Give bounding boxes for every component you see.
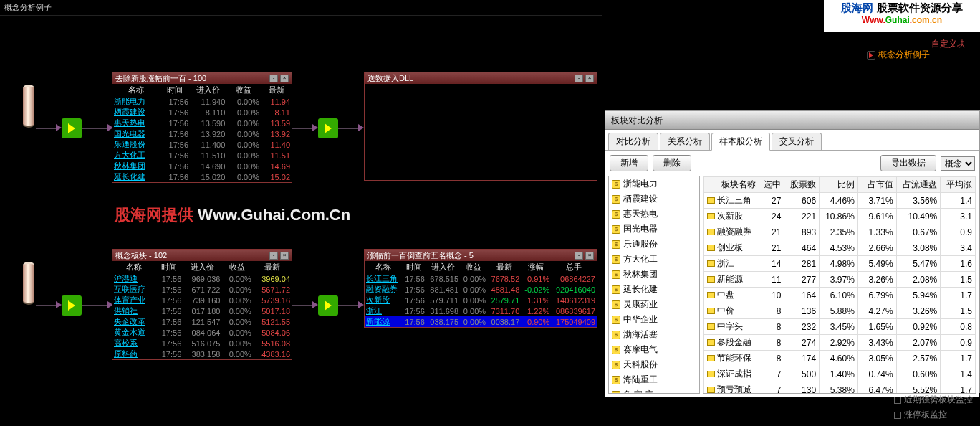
- table-row[interactable]: 高校系17:56516.0750.00%5516.08: [112, 338, 292, 349]
- list-item[interactable]: $延长化建: [609, 282, 699, 297]
- list-item[interactable]: $浙能电力: [609, 176, 699, 191]
- table-row[interactable]: 中字头82323.45%1.65%0.92%0.8: [704, 319, 976, 335]
- wire: [338, 128, 360, 129]
- list-item[interactable]: $灵康药业: [609, 297, 699, 312]
- list-item[interactable]: $国光电器: [609, 222, 699, 237]
- col-header[interactable]: 占市值: [858, 177, 896, 193]
- table-row[interactable]: 惠天热电17:5613.5900.00%13.59: [112, 118, 292, 128]
- dialog-title[interactable]: 板块对比分析: [605, 111, 979, 130]
- table-row[interactable]: 中盘101646.10%6.79%5.94%1.7: [704, 288, 976, 303]
- wire: [36, 305, 57, 306]
- box-top100[interactable]: 去除新股涨幅前一百 - 100 - × 名称时间进入价收益最新浙能电力17:56…: [112, 72, 292, 183]
- table-row[interactable]: 浙江142814.98%5.49%5.47%1.6: [704, 256, 976, 272]
- close-icon[interactable]: ×: [280, 252, 289, 260]
- table-row[interactable]: 融资融券218932.35%1.33%0.67%0.9: [704, 224, 976, 240]
- box-top5[interactable]: 涨幅前一百倒查前五名概念 - 5 - × 名称时间进入价收益最新涨幅总手长江三角…: [364, 249, 597, 328]
- table-row[interactable]: 秋林集团17:5614.6900.00%14.69: [112, 161, 292, 171]
- box-header[interactable]: 涨幅前一百倒查前五名概念 - 5 - ×: [365, 250, 597, 261]
- add-button[interactable]: 新增: [610, 155, 648, 171]
- tab-2[interactable]: 样本股分析: [711, 133, 770, 151]
- col-header[interactable]: 选中: [759, 177, 784, 193]
- table-row[interactable]: 延长化建17:5615.0200.00%15.02: [112, 171, 292, 182]
- node-2[interactable]: [318, 118, 338, 138]
- col-header[interactable]: 股票数: [784, 177, 820, 193]
- minimize-icon[interactable]: -: [575, 75, 583, 82]
- table-row[interactable]: 央企改革17:56121.5470.00%5121.55: [112, 316, 292, 327]
- close-icon[interactable]: ×: [585, 75, 594, 82]
- table-row[interactable]: 深证成指75001.40%0.74%0.60%1.4: [704, 366, 976, 382]
- table-row[interactable]: 栖霞建设17:568.1100.00%8.11: [112, 107, 292, 118]
- table-row[interactable]: 国光电器17:5613.9200.00%13.92: [112, 128, 292, 139]
- list-item[interactable]: $渤海活塞: [609, 327, 699, 342]
- table-row[interactable]: 次新股17:56579.7110.00%2579.711.31%14061231…: [365, 295, 597, 306]
- logo: 股海网 股票软件资源分享 Www.Guhai.com.cn: [824, 0, 980, 32]
- list-item[interactable]: $赛摩电气: [609, 342, 699, 357]
- list-item[interactable]: $中华企业: [609, 312, 699, 327]
- nav-item-custom[interactable]: 自定义块: [931, 38, 966, 50]
- tab-0[interactable]: 对比分析: [608, 133, 658, 150]
- close-icon[interactable]: ×: [585, 252, 594, 260]
- table-row[interactable]: 互联医疗17:56671.7220.00%5671.72: [112, 284, 292, 295]
- table-row[interactable]: 方大化工17:5611.5100.00%11.51: [112, 150, 292, 161]
- col-header[interactable]: 占流通盘: [896, 177, 941, 193]
- list-item[interactable]: $海陆重工: [609, 372, 699, 387]
- table-row[interactable]: 浙能电力17:5611.9400.00%11.94: [112, 96, 292, 107]
- stock-list[interactable]: $浙能电力$栖霞建设$惠天热电$国光电器$乐通股份$方大化工$秋林集团$延长化建…: [608, 176, 700, 394]
- table-row[interactable]: 创业板214644.53%2.66%3.08%3.4: [704, 240, 976, 256]
- delete-button[interactable]: 删除: [653, 155, 691, 171]
- node-4[interactable]: [318, 295, 338, 316]
- src-cylinder-1[interactable]: [23, 85, 34, 128]
- table-row[interactable]: 节能环保81744.60%3.05%2.57%1.7: [704, 351, 976, 366]
- table-row[interactable]: 中价81365.88%4.27%3.26%1.5: [704, 303, 976, 319]
- link-limit-up[interactable]: 涨停板监控: [894, 407, 973, 422]
- table-row[interactable]: 体育产业17:56739.1600.00%5739.16: [112, 295, 292, 306]
- box-header[interactable]: 送数据入DLL - ×: [365, 72, 597, 84]
- col-header: 收益: [221, 261, 253, 273]
- minimize-icon[interactable]: -: [575, 252, 583, 260]
- table-row[interactable]: 融资融券17:56881.4810.00%4881.48-0.02%920416…: [365, 284, 597, 295]
- tab-1[interactable]: 关系分析: [660, 133, 710, 150]
- table-row[interactable]: 新能源112773.97%3.26%2.08%1.5: [704, 272, 976, 288]
- checkbox-icon[interactable]: [894, 412, 901, 419]
- node-1[interactable]: [62, 118, 82, 138]
- list-item[interactable]: $惠天热电: [609, 207, 699, 222]
- list-item[interactable]: $兔 宝 宝: [609, 387, 699, 394]
- list-item[interactable]: $乐通股份: [609, 237, 699, 252]
- close-icon[interactable]: ×: [280, 75, 289, 82]
- minimize-icon[interactable]: -: [269, 75, 278, 82]
- tab-3[interactable]: 交叉分析: [772, 133, 822, 150]
- table-row[interactable]: 乐通股份17:5611.4000.00%11.40: [112, 139, 292, 150]
- table-row[interactable]: 浙江17:56311.6980.00%7311.701.22%086839617: [365, 306, 597, 316]
- box-header[interactable]: 去除新股涨幅前一百 - 100 - ×: [112, 72, 292, 84]
- col-header[interactable]: 板块名称: [704, 177, 759, 193]
- table-row[interactable]: 次新股2422110.86%9.61%10.49%3.1: [704, 209, 976, 224]
- list-item[interactable]: $栖霞建设: [609, 191, 699, 207]
- table-row[interactable]: 长江三角17:56678.5150.00%7678.520.91%0686422…: [365, 273, 597, 284]
- link-strong-sector[interactable]: 近期强势板块监控: [894, 392, 973, 407]
- src-cylinder-2[interactable]: [23, 262, 34, 305]
- col-header[interactable]: 平均涨: [941, 177, 976, 193]
- list-item[interactable]: $秋林集团: [609, 267, 699, 282]
- category-select[interactable]: 概念: [941, 156, 975, 171]
- sector-grid[interactable]: 板块名称选中股票数比例占市值占流通盘平均涨长江三角276064.46%3.71%…: [703, 176, 976, 394]
- table-row[interactable]: 供销社17:56017.1800.00%5017.18: [112, 306, 292, 316]
- nav-item-concept[interactable]: 概念分析例子: [867, 49, 930, 61]
- box-concept[interactable]: 概念板块 - 102 - × 名称时间进入价收益最新沪港通17:56969.03…: [112, 249, 292, 360]
- box-header[interactable]: 概念板块 - 102 - ×: [112, 250, 292, 261]
- table-row[interactable]: 新能源17:56038.1750.00%0038.170.90%17504940…: [365, 316, 597, 327]
- col-header: 时间: [159, 84, 190, 96]
- box-dll[interactable]: 送数据入DLL - ×: [364, 72, 597, 181]
- table-row[interactable]: 原料药17:56383.1580.00%4383.16: [112, 349, 292, 359]
- table-row[interactable]: 长江三角276064.46%3.71%3.56%1.4: [704, 193, 976, 209]
- minimize-icon[interactable]: -: [269, 252, 278, 260]
- checkbox-icon[interactable]: [894, 397, 901, 404]
- table-row[interactable]: 沪港通17:56969.0360.00%3969.04: [112, 273, 292, 284]
- list-item[interactable]: $天科股份: [609, 357, 699, 372]
- table-row[interactable]: 参股金融82742.92%3.43%2.07%0.9: [704, 335, 976, 351]
- list-item[interactable]: $方大化工: [609, 252, 699, 267]
- export-button[interactable]: 导出数据: [880, 155, 936, 171]
- node-3[interactable]: [62, 295, 82, 316]
- col-header[interactable]: 比例: [820, 177, 858, 193]
- table-row[interactable]: 黄金水道17:56084.0640.00%5084.06: [112, 327, 292, 338]
- dialog-sector-compare[interactable]: 板块对比分析 对比分析关系分析样本股分析交叉分析 新增 删除 导出数据 概念 $…: [605, 110, 980, 393]
